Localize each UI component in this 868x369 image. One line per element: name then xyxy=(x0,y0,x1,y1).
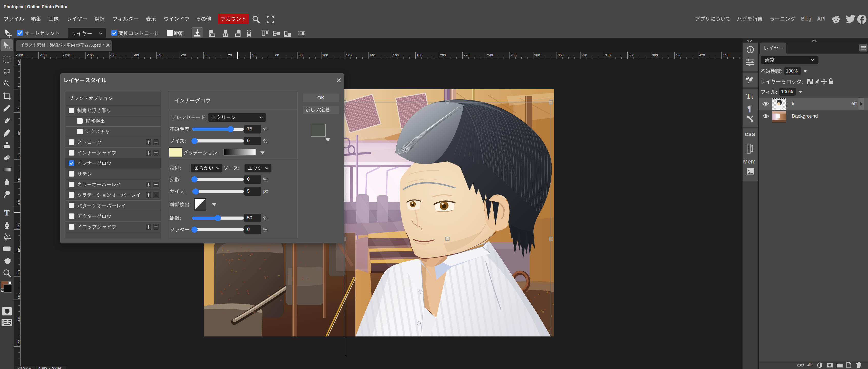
svg-text:60: 60 xyxy=(17,155,21,158)
svg-text:-20: -20 xyxy=(17,60,21,65)
svg-text:0: 0 xyxy=(205,53,207,57)
svg-text:400: 400 xyxy=(676,53,681,57)
svg-text:-60: -60 xyxy=(134,53,139,57)
svg-text:200: 200 xyxy=(17,316,21,322)
svg-text:-80: -80 xyxy=(110,53,116,57)
svg-text:140: 140 xyxy=(17,246,21,252)
svg-text:60: 60 xyxy=(275,53,279,57)
svg-text:140: 140 xyxy=(369,53,375,57)
svg-text:T: T xyxy=(4,208,9,217)
svg-text:20: 20 xyxy=(17,108,21,111)
svg-text:200: 200 xyxy=(440,53,446,57)
svg-text:-20: -20 xyxy=(181,53,186,57)
svg-text:220: 220 xyxy=(17,340,21,346)
svg-text:320: 320 xyxy=(581,53,587,57)
svg-text:280: 280 xyxy=(534,53,540,57)
svg-text:240: 240 xyxy=(487,53,493,57)
svg-text:120: 120 xyxy=(346,53,352,57)
svg-text:180: 180 xyxy=(416,53,422,57)
svg-text:40: 40 xyxy=(17,131,21,135)
svg-text:-120: -120 xyxy=(63,53,70,57)
svg-text:440: 440 xyxy=(723,53,729,57)
svg-text:-100: -100 xyxy=(87,53,94,57)
svg-text:260: 260 xyxy=(510,53,517,57)
svg-text:420: 420 xyxy=(699,53,705,57)
svg-text:160: 160 xyxy=(17,270,21,275)
svg-text:0: 0 xyxy=(17,86,21,88)
svg-text:40: 40 xyxy=(252,53,255,57)
svg-text:20: 20 xyxy=(228,53,232,57)
svg-text:300: 300 xyxy=(558,53,564,57)
svg-text:80: 80 xyxy=(17,178,21,182)
svg-text:380: 380 xyxy=(652,53,658,57)
svg-text:340: 340 xyxy=(605,53,611,57)
svg-text:180: 180 xyxy=(17,293,21,299)
svg-text:220: 220 xyxy=(464,53,469,57)
svg-text:120: 120 xyxy=(17,223,21,229)
svg-text:100: 100 xyxy=(322,53,328,57)
svg-text:-40: -40 xyxy=(157,53,162,57)
svg-text:360: 360 xyxy=(628,53,634,57)
svg-text:-160: -160 xyxy=(16,53,23,57)
svg-text:160: 160 xyxy=(393,53,399,57)
svg-text:100: 100 xyxy=(17,199,21,205)
svg-text:-140: -140 xyxy=(39,53,46,57)
svg-text:80: 80 xyxy=(299,53,303,57)
